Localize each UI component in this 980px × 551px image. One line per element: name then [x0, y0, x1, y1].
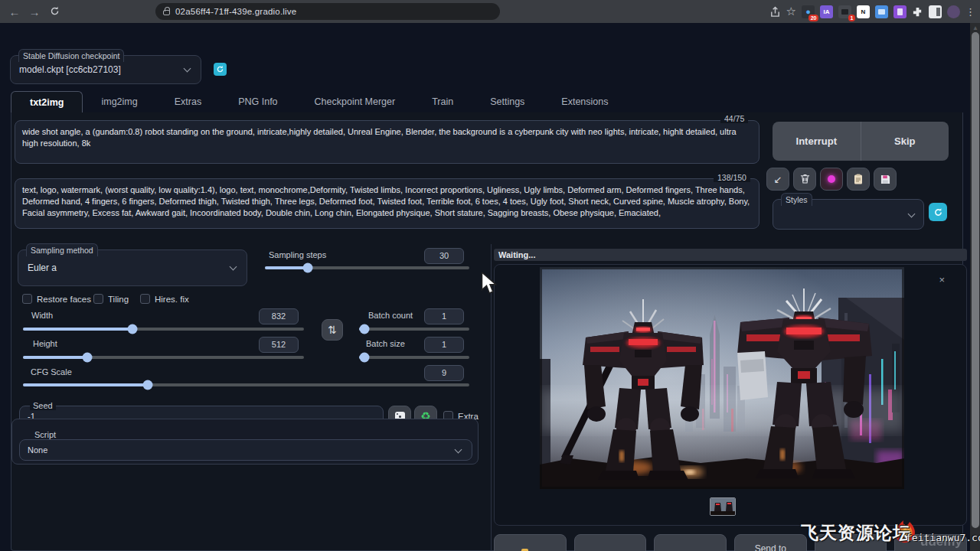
ext-onenote-icon[interactable] — [893, 5, 906, 18]
negative-token-counter: 138/150 — [714, 173, 750, 182]
tab-png-info[interactable]: PNG Info — [220, 91, 296, 112]
menu-dots-icon[interactable]: ⋮ — [965, 6, 975, 18]
save-button[interactable]: Save — [574, 534, 647, 551]
hires-fix-checkbox[interactable]: Hires. fix — [140, 294, 189, 304]
width-value[interactable]: 832 — [259, 308, 299, 324]
prompt-input[interactable]: wide shot angle, a (gundam:0.8) robot st… — [15, 120, 760, 164]
chevron-down-icon — [455, 446, 462, 454]
width-slider[interactable] — [23, 328, 304, 331]
browser-toolbar: ← → 02a56ff4-71ff-439e.gradio.live ☆ ●20… — [0, 0, 980, 23]
seed-label: Seed — [30, 401, 56, 410]
tab-train[interactable]: Train — [413, 91, 472, 112]
tab-settings[interactable]: Settings — [472, 91, 543, 112]
tab-extras[interactable]: Extras — [156, 91, 220, 112]
address-bar[interactable]: 02a56ff4-71ff-439e.gradio.live — [155, 3, 500, 20]
main-tabs: txt2img img2img Extras PNG Info Checkpoi… — [11, 91, 953, 113]
prompt-token-counter: 44/75 — [720, 114, 748, 123]
checkpoint-refresh-button[interactable] — [214, 63, 227, 76]
sampling-method-label: Sampling method — [26, 243, 98, 256]
generated-image[interactable] — [540, 267, 904, 489]
chevron-down-icon — [230, 263, 237, 271]
styles-dropdown[interactable]: Styles — [773, 199, 924, 230]
height-slider[interactable] — [23, 356, 304, 359]
height-value[interactable]: 512 — [259, 337, 299, 353]
extensions-puzzle-icon[interactable] — [912, 6, 923, 18]
batch-size-value[interactable]: 1 — [424, 337, 464, 353]
batch-count-label: Batch count — [368, 311, 413, 320]
sampling-steps-value[interactable]: 30 — [424, 248, 464, 264]
script-dropdown[interactable]: None — [19, 439, 472, 461]
batch-count-value[interactable]: 1 — [424, 308, 464, 324]
ext-notion-icon[interactable]: N — [857, 5, 870, 18]
clear-prompt-trash-button[interactable] — [793, 168, 816, 191]
batch-size-slider[interactable] — [359, 356, 469, 359]
batch-size-label: Batch size — [366, 339, 405, 348]
cfg-scale-value[interactable]: 9 — [424, 365, 464, 381]
restore-faces-checkbox[interactable]: Restore faces — [22, 294, 91, 304]
checkbox-icon — [93, 294, 103, 304]
chevron-down-icon — [908, 210, 916, 218]
reload-icon[interactable] — [44, 5, 64, 18]
save-style-floppy-button[interactable] — [874, 168, 897, 191]
watermark-site: feitianwu7.com — [906, 532, 980, 543]
checkpoint-dropdown[interactable]: Stable Diffusion checkpoint model.ckpt [… — [10, 55, 201, 84]
height-label: Height — [33, 339, 57, 348]
ext-cam-icon[interactable]: 1 — [838, 5, 851, 18]
script-label: Script — [31, 430, 59, 439]
tab-txt2img[interactable]: txt2img — [11, 91, 83, 113]
apply-style-clipboard-button[interactable] — [847, 168, 870, 191]
swap-dimensions-button[interactable]: ⇅ — [322, 319, 343, 341]
bookmark-star-icon[interactable]: ☆ — [786, 5, 796, 18]
chevron-down-icon — [184, 65, 191, 73]
scrollbar-thumb[interactable] — [972, 32, 979, 528]
url-text: 02a56ff4-71ff-439e.gradio.live — [175, 7, 296, 16]
send-to-img2img-button[interactable]: Send to img2img — [734, 534, 807, 551]
sampling-method-dropdown[interactable]: Sampling method Euler a — [18, 249, 247, 286]
zip-button[interactable]: Zip — [654, 534, 727, 551]
profile-avatar[interactable] — [947, 5, 960, 18]
ext-pin-icon[interactable]: ●20 — [802, 5, 815, 18]
gallery-thumbnail[interactable] — [710, 497, 736, 516]
sidebar-icon[interactable] — [929, 5, 942, 18]
close-icon[interactable]: × — [939, 274, 945, 285]
tab-img2img[interactable]: img2img — [83, 91, 155, 112]
cfg-scale-label: CFG Scale — [31, 367, 72, 377]
share-icon[interactable] — [769, 6, 781, 18]
tab-checkpoint-merger[interactable]: Checkpoint Merger — [296, 91, 414, 112]
sampling-steps-label: Sampling steps — [269, 250, 326, 259]
checkbox-icon — [140, 294, 150, 304]
forward-icon[interactable]: → — [24, 5, 44, 18]
checkpoint-label: Stable Diffusion checkpoint — [18, 49, 124, 62]
sampling-method-value: Euler a — [28, 262, 57, 273]
back-icon[interactable]: ← — [5, 5, 24, 18]
sampling-steps-slider[interactable] — [265, 266, 469, 269]
open-folder-button[interactable] — [494, 534, 567, 551]
skip-button[interactable]: Skip — [861, 122, 949, 161]
ext-image-icon[interactable] — [875, 5, 888, 18]
pink-dot-icon — [828, 175, 835, 183]
extra-networks-button[interactable] — [820, 168, 843, 191]
txt2img-panel: 44/75 wide shot angle, a (gundam:0.8) ro… — [11, 112, 963, 551]
styles-label: Styles — [781, 193, 812, 206]
tab-extensions[interactable]: Extensions — [543, 91, 626, 112]
output-gallery: × — [494, 264, 967, 526]
paste-arrow-button[interactable]: ↙ — [766, 168, 789, 191]
checkbox-icon — [22, 294, 32, 304]
watermark-chinese: 飞天资源论坛 — [801, 521, 911, 545]
batch-count-slider[interactable] — [359, 328, 469, 331]
styles-refresh-button[interactable] — [929, 203, 947, 221]
negative-prompt-input[interactable]: text, logo, watermark, (worst quality, l… — [15, 178, 760, 229]
width-label: Width — [31, 311, 53, 320]
page-scrollbar[interactable]: ▲ — [970, 23, 980, 551]
lock-icon — [163, 10, 170, 15]
interrupt-button[interactable]: Interrupt — [773, 122, 861, 161]
mouse-cursor — [481, 272, 499, 298]
progress-bar: Waiting... — [494, 249, 967, 261]
ext-ia-icon[interactable]: IA — [820, 5, 833, 18]
interrupt-skip-group: Interrupt Skip — [773, 122, 949, 161]
tiling-checkbox[interactable]: Tiling — [93, 294, 129, 304]
checkpoint-value: model.ckpt [cc6cb27103] — [19, 64, 121, 75]
cfg-scale-slider[interactable] — [23, 383, 469, 386]
